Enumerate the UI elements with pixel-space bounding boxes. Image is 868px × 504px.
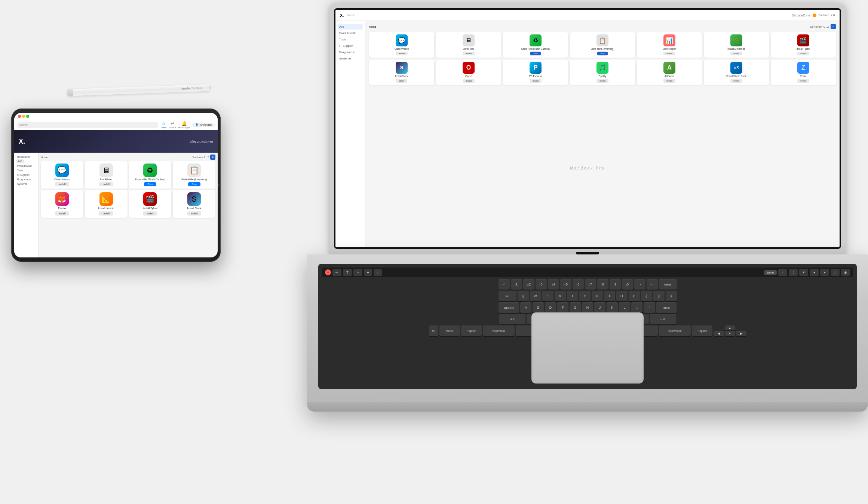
key-right-command[interactable]: ⌘ command xyxy=(659,326,691,336)
sz-webex-action[interactable]: Install xyxy=(396,52,408,55)
macbook-trackpad[interactable] xyxy=(531,312,644,384)
enroll-action[interactable]: Install xyxy=(99,182,113,186)
key-e[interactable]: E xyxy=(542,291,553,301)
key-s[interactable]: S xyxy=(533,302,544,313)
key-t[interactable]: T xyxy=(567,291,578,301)
sz-mindnode-action[interactable]: Install xyxy=(730,52,742,55)
key-right-option[interactable]: ⌥ option xyxy=(692,326,712,336)
sz-opera-action[interactable]: Install xyxy=(463,79,475,83)
touch-bar-volume-up[interactable]: ▸ xyxy=(820,269,829,276)
key-semicolon[interactable]: :; xyxy=(631,302,642,313)
touch-bar-mute[interactable]: ⊃ xyxy=(831,269,840,276)
touch-bar-close[interactable]: × xyxy=(325,269,331,275)
touch-bar-color2[interactable]: ○ xyxy=(374,269,382,276)
key-arrow-down[interactable]: ▼ xyxy=(725,331,735,336)
key-r[interactable]: R xyxy=(555,291,566,301)
touch-bar-text[interactable]: T xyxy=(343,269,352,276)
sz-sidebar-tools[interactable]: Tools xyxy=(338,37,363,42)
sz-slack-action[interactable]: Open xyxy=(396,79,408,83)
key-k[interactable]: K xyxy=(607,302,618,313)
touch-bar-tilde[interactable]: ~ xyxy=(353,269,362,276)
sz-sidebar-programme[interactable]: Programme xyxy=(338,49,363,55)
touch-bar-share[interactable]: ↑ xyxy=(778,269,787,276)
key-o[interactable]: O xyxy=(616,291,628,301)
sidebar-item-tools[interactable]: Tools xyxy=(16,168,36,172)
key-minus[interactable]: _- xyxy=(634,279,645,290)
key-5[interactable]: %5 xyxy=(560,279,571,290)
sidebar-item-bookmarks[interactable]: Bookmarks xyxy=(16,155,36,159)
sz-filter-button[interactable]: ≡ xyxy=(831,24,836,29)
key-arrow-right[interactable]: ▶ xyxy=(736,331,746,336)
touch-bar-done[interactable]: Done xyxy=(764,270,777,275)
key-arrow-left[interactable]: ◀ xyxy=(714,331,724,336)
slack-action[interactable]: Install xyxy=(187,211,201,216)
key-return[interactable]: return xyxy=(656,302,677,313)
sz-sidebar-it-support[interactable]: IT-Support xyxy=(338,43,363,49)
sz-adguard-action[interactable]: Install xyxy=(663,79,675,83)
key-d[interactable]: D xyxy=(545,302,556,313)
signin-button[interactable]: 👤 Anmelden xyxy=(192,123,215,127)
key-g[interactable]: G xyxy=(570,302,581,313)
nav-mitteilungen[interactable]: 🔔 Mitteilungen xyxy=(178,121,190,129)
key-left-command[interactable]: ⌘ command xyxy=(483,326,515,336)
search-input[interactable]: Suchen xyxy=(17,122,158,128)
key-h[interactable]: H xyxy=(582,302,593,313)
key-arrow-up[interactable]: ▲ xyxy=(725,326,735,330)
key-9[interactable]: (9 xyxy=(610,279,621,290)
key-u[interactable]: U xyxy=(592,291,603,301)
drawio-action[interactable]: Install xyxy=(99,211,113,216)
key-tab[interactable]: tab xyxy=(499,291,516,301)
key-caps-lock[interactable]: caps lock xyxy=(499,302,519,313)
sz-enroll-action[interactable]: Install xyxy=(463,52,475,55)
touch-bar-bracket-left[interactable]: 〈 xyxy=(789,269,798,276)
key-f[interactable]: F xyxy=(557,302,568,313)
key-backtick[interactable]: ~` xyxy=(499,279,510,290)
key-lshift[interactable]: shift xyxy=(499,314,525,324)
key-quote[interactable]: "' xyxy=(644,302,655,313)
filter-button[interactable]: ≡ xyxy=(210,155,215,160)
key-left-option[interactable]: ⌥ option xyxy=(461,326,482,336)
key-0[interactable]: )0 xyxy=(622,279,633,290)
sidebar-item-alle-tag[interactable]: Alle xyxy=(16,159,24,163)
webex-action[interactable]: Install xyxy=(55,182,69,186)
firstaid-inv-action[interactable]: Run xyxy=(188,182,200,186)
sz-sidebar-produktivitat[interactable]: Produktivität xyxy=(338,30,363,36)
key-j[interactable]: J xyxy=(594,302,605,313)
key-p[interactable]: P xyxy=(629,291,640,301)
sz-spotify-action[interactable]: Install xyxy=(596,79,608,83)
maximize-button[interactable] xyxy=(26,115,29,118)
minimize-button[interactable] xyxy=(22,115,25,118)
sz-munkireport-action[interactable]: Install xyxy=(663,52,675,55)
sz-firstaid-inv-action[interactable]: Run xyxy=(597,52,607,55)
key-i[interactable]: I xyxy=(604,291,615,301)
sidebar-item-programme[interactable]: Programme xyxy=(16,177,36,181)
close-button[interactable] xyxy=(18,115,21,118)
sidebar-item-produktivitat[interactable]: Produktivität xyxy=(16,164,36,168)
touch-bar-volume-down[interactable]: ◂ xyxy=(810,269,819,276)
key-equals[interactable]: += xyxy=(647,279,658,290)
touch-bar-siri[interactable]: ◉ xyxy=(841,269,850,276)
sz-vscode-action[interactable]: Install xyxy=(730,79,742,83)
sidebar-item-it-support[interactable]: IT-Support xyxy=(16,173,36,177)
key-y[interactable]: Y xyxy=(579,291,591,301)
key-6[interactable]: ^6 xyxy=(573,279,584,290)
key-8[interactable]: *8 xyxy=(597,279,608,290)
key-1[interactable]: !1 xyxy=(511,279,522,290)
nav-verlauf[interactable]: ↩ Verlauf xyxy=(169,121,176,129)
firstaid-flush-action[interactable]: Run xyxy=(144,182,156,186)
key-4[interactable]: $4 xyxy=(548,279,559,290)
nav-home[interactable]: ⌂ Home xyxy=(160,121,166,129)
key-rshift[interactable]: shift xyxy=(650,314,676,324)
key-backslash[interactable]: |\ xyxy=(666,291,677,301)
key-3[interactable]: #3 xyxy=(536,279,547,290)
sz-ps-action[interactable]: Install xyxy=(530,79,542,83)
key-w[interactable]: W xyxy=(530,291,541,301)
key-rbracket[interactable]: }] xyxy=(653,291,665,301)
sidebar-item-systeme[interactable]: Systeme xyxy=(16,182,36,186)
firefox-action[interactable]: Install xyxy=(55,211,69,216)
key-lbracket[interactable]: {[ xyxy=(641,291,652,301)
touch-bar-pencil[interactable]: ✏ xyxy=(332,269,341,276)
sz-firstaid-flush-action[interactable]: Run xyxy=(530,52,540,55)
sz-sidebar-systeme[interactable]: Systeme xyxy=(338,56,363,61)
key-control[interactable]: control xyxy=(439,326,460,336)
